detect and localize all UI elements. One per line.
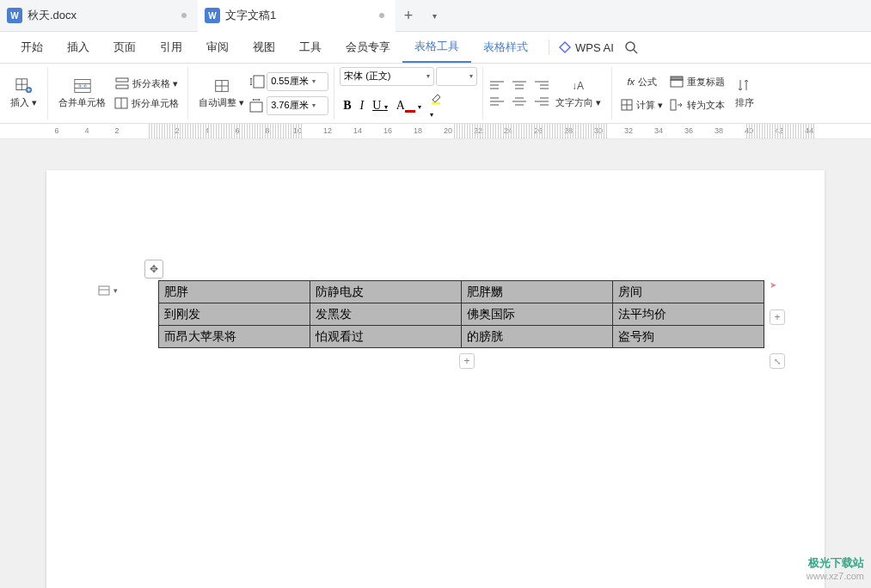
table-cell[interactable]: 佛奥国际 [462,303,613,326]
document-tab[interactable]: W 文字文稿1 [198,0,396,32]
to-text-icon [670,99,684,111]
to-text-button[interactable]: 转为文本 [666,97,728,113]
col-width-input[interactable]: 3.76厘米▾ [267,96,328,115]
column-marker [149,124,304,138]
autofit-button[interactable]: 自动调整 ▾ [193,76,249,111]
table-cell[interactable]: 而昂大苹果将 [159,326,310,348]
watermark-url: www.xz7.com [807,571,864,581]
split-cells-label: 拆分单元格 [132,97,179,110]
word-doc-icon: W [205,8,220,23]
autofit-label: 自动调整 ▾ [199,96,244,109]
menu-tools[interactable]: 工具 [287,32,334,63]
table-cell[interactable]: 肥胖嬲 [462,281,613,303]
table-move-handle[interactable]: ✥ [144,260,163,279]
tab-menu-button[interactable]: ▾ [421,11,447,21]
svg-line-1 [634,50,637,53]
text-direction-button[interactable]: ↓A 文字方向 ▾ [550,76,606,111]
add-row-button[interactable]: + [459,353,475,369]
font-size-select[interactable]: ▾ [436,67,477,86]
tab-modified-dot [181,13,187,18]
sort-icon [736,77,753,95]
add-column-button[interactable]: + [770,309,785,325]
table-cell[interactable]: 到刚发 [159,303,310,326]
insert-button[interactable]: 插入 ▾ [5,76,42,111]
menu-table-tools[interactable]: 表格工具 [402,32,471,63]
merge-label: 合并单元格 [58,96,106,109]
font-color-button[interactable]: A ▾ [396,99,422,113]
row-height-input[interactable]: 0.55厘米▾ [267,72,328,91]
highlight-button[interactable]: ▾ [430,91,444,120]
align-mid-right[interactable] [533,95,550,107]
split-table-button[interactable]: 拆分表格 ▾ [111,76,182,92]
table-row: 而昂大苹果将 怕观看过 的膀胱 盗号狗 [159,326,764,348]
align-top-center[interactable] [511,80,528,92]
underline-button[interactable]: U ▾ [372,99,388,113]
table-cell[interactable]: 法平均价 [613,303,764,326]
bold-button[interactable]: B [343,99,351,113]
calculate-icon [621,99,633,111]
table-cell[interactable]: 发黑发 [310,303,462,326]
split-table-label: 拆分表格 ▾ [132,77,178,90]
menu-insert[interactable]: 插入 [55,32,101,63]
italic-button[interactable]: I [359,99,364,113]
formula-button[interactable]: fx 公式 [617,74,666,90]
new-tab-button[interactable]: + [396,7,421,25]
tab-label: 秋天.docx [28,8,181,23]
menu-view[interactable]: 视图 [241,32,287,63]
ai-icon [558,40,572,54]
table-row: 肥胖 防静电皮 肥胖嬲 房间 [159,281,764,303]
repeat-header-button[interactable]: 重复标题 [666,74,728,90]
menu-reference[interactable]: 引用 [148,32,194,63]
document-area: ✥ ▾ ➤ 肥胖 防静电皮 肥胖嬲 房间 到刚发 发黑发 佛奥国际 法平均价 [0,139,871,588]
table-cell[interactable]: 怕观看过 [310,326,462,348]
table-toolbar: 插入 ▾ 合并单元格 拆分表格 ▾ 拆分单元格 [0,64,871,124]
align-mid-center[interactable] [511,95,528,107]
document-tab[interactable]: W 秋天.docx [0,0,198,32]
insert-label: 插入 ▾ [10,96,37,109]
row-selector[interactable]: ▾ [98,285,118,296]
align-top-left[interactable] [488,80,506,92]
merge-cells-icon [74,77,91,95]
repeat-header-icon [670,76,684,88]
align-mid-left[interactable] [488,95,506,107]
menu-start[interactable]: 开始 [9,32,55,63]
table-cell[interactable]: 房间 [613,281,764,303]
menu-bar: 开始 插入 页面 引用 审阅 视图 工具 会员专享 表格工具 表格样式 WPS … [0,32,871,64]
sort-button[interactable]: 排序 [728,76,761,111]
wps-ai-button[interactable]: WPS AI [558,40,614,54]
menu-page[interactable]: 页面 [101,32,148,63]
sort-label: 排序 [735,96,754,109]
align-top-right[interactable] [533,80,550,92]
document-table[interactable]: 肥胖 防静电皮 肥胖嬲 房间 到刚发 发黑发 佛奥国际 法平均价 而昂大苹果将 … [158,280,764,348]
tab-modified-dot [379,13,384,18]
tab-bar: W 秋天.docx W 文字文稿1 + ▾ [0,0,871,32]
alignment-grid [488,80,550,107]
menu-vip[interactable]: 会员专享 [334,32,402,63]
svg-text:↓A: ↓A [572,80,584,92]
row-height-icon [249,75,265,89]
wps-ai-label: WPS AI [575,41,614,54]
table-cell[interactable]: 的膀胱 [462,326,613,348]
svg-rect-9 [116,78,128,82]
separator [549,40,549,55]
table-cell[interactable]: 肥胖 [159,281,310,303]
page[interactable]: ✥ ▾ ➤ 肥胖 防静电皮 肥胖嬲 房间 到刚发 发黑发 佛奥国际 法平均价 [46,170,825,588]
split-cells-button[interactable]: 拆分单元格 [111,95,182,112]
search-icon[interactable] [624,40,638,54]
table-cell[interactable]: 防静电皮 [310,281,462,303]
autofit-icon [213,77,230,95]
svg-rect-43 [671,100,676,110]
horizontal-ruler[interactable]: 6 4 2 2 4 6 8 10 12 14 16 18 20 22 24 26… [0,124,871,139]
col-width-icon [249,99,265,113]
split-cells-icon [114,97,128,109]
formula-icon: fx [627,77,635,87]
calculate-button[interactable]: 计算 ▾ [617,97,666,113]
table-cell[interactable]: 盗号狗 [613,326,764,348]
merge-cells-button[interactable]: 合并单元格 [53,76,111,111]
table-resize-handle[interactable]: ⤡ [770,353,785,369]
watermark: 极光下载站 www.xz7.com [807,555,864,581]
menu-review[interactable]: 审阅 [194,32,241,63]
svg-rect-16 [254,76,264,88]
menu-table-styles[interactable]: 表格样式 [471,32,540,63]
font-name-select[interactable]: 宋体 (正文)▾ [340,67,434,86]
